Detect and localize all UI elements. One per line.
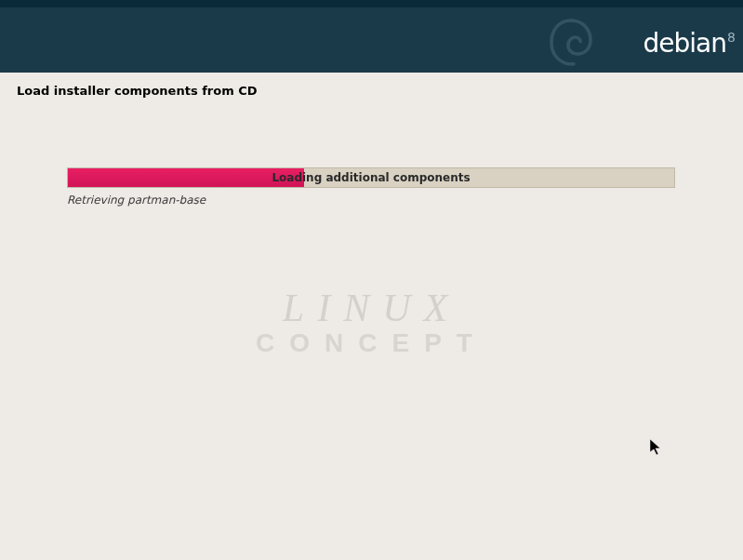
progress-section: Loading additional components Retrieving… [67, 167, 675, 207]
watermark-line2: CONCEPT [256, 327, 487, 359]
progress-bar: Loading additional components [67, 167, 675, 188]
installer-header: debian 8 [0, 0, 743, 73]
progress-status: Retrieving partman-base [67, 193, 675, 207]
cursor-icon [650, 439, 663, 456]
progress-label: Loading additional components [68, 171, 674, 184]
watermark: LINUX CONCEPT [256, 288, 487, 359]
watermark-line1: LINUX [256, 288, 487, 327]
brand-version: 8 [727, 30, 736, 45]
page-title: Load installer components from CD [17, 84, 258, 98]
brand-label: debian [643, 28, 726, 59]
debian-swirl-icon [543, 15, 599, 71]
